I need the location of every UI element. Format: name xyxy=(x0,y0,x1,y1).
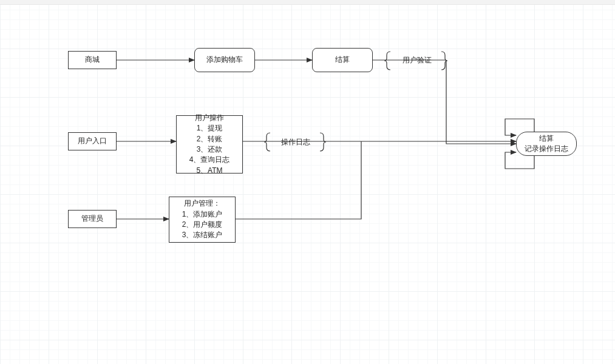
node-mall[interactable]: 商城 xyxy=(68,51,117,69)
node-user-management[interactable]: 用户管理： 1、添加账户 2、用户额度 3、冻结账户 xyxy=(169,197,236,243)
node-terminator[interactable]: 结算 记录操作日志 xyxy=(516,132,577,156)
edge-label-user-verify: 用户验证 xyxy=(399,55,435,66)
node-user-entry[interactable]: 用户入口 xyxy=(68,132,117,150)
top-bar xyxy=(0,0,615,5)
node-admin[interactable]: 管理员 xyxy=(68,210,117,228)
edge-label-op-log: 操作日志 xyxy=(277,137,314,147)
node-user-operations[interactable]: 用户操作 1、提现 2、转账 3、还款 4、查询日志 5、ATM xyxy=(176,115,243,174)
node-add-to-cart[interactable]: 添加购物车 xyxy=(194,48,255,72)
node-checkout[interactable]: 结算 xyxy=(312,48,373,72)
